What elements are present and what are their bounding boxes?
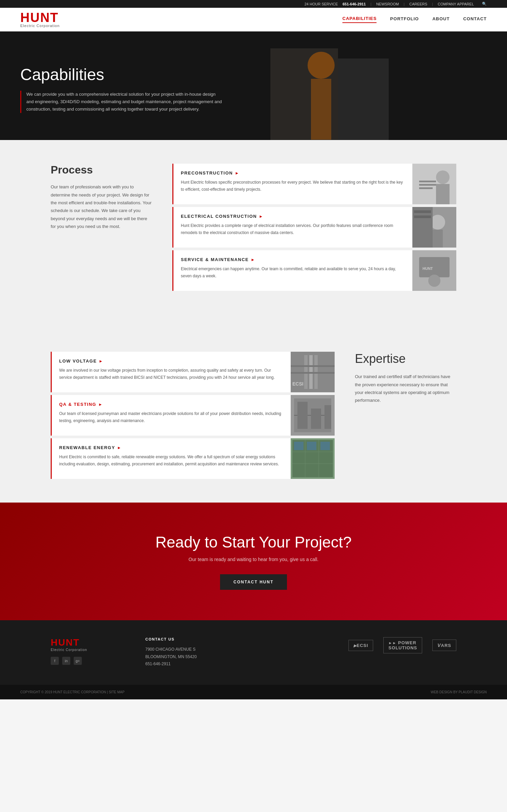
footer-phone: 651-646-2911 <box>145 660 213 668</box>
process-title: Process <box>51 164 152 176</box>
electrical-content: ELECTRICAL CONSTRUCTION ► Hunt Electric … <box>173 207 412 248</box>
hero-title: Capabilities <box>20 65 223 84</box>
logo-sub-text: Electric Corporation <box>20 24 60 28</box>
svg-text:ECSI: ECSI <box>292 381 304 387</box>
svg-point-4 <box>308 52 335 79</box>
electrical-card[interactable]: ELECTRICAL CONSTRUCTION ► Hunt Electric … <box>172 207 456 248</box>
preconstruction-card[interactable]: PRECONSTRUCTION ► Hunt Electric follows … <box>172 164 456 204</box>
preconstruction-content: PRECONSTRUCTION ► Hunt Electric follows … <box>173 164 412 204</box>
service-maintenance-arrow: ► <box>251 257 255 262</box>
process-section: Process Our team of professionals work w… <box>0 140 507 315</box>
low-voltage-image: ECSI <box>291 352 335 392</box>
qa-testing-image <box>291 395 335 436</box>
svg-text:HUNT: HUNT <box>422 266 433 271</box>
process-cards: PRECONSTRUCTION ► Hunt Electric follows … <box>172 164 456 291</box>
footer-logo-sub: Electric Corporation <box>51 648 125 652</box>
expertise-title: Expertise <box>355 352 456 366</box>
vars-icon: V <box>437 643 441 648</box>
linkedin-icon[interactable]: in <box>62 657 70 665</box>
service-maintenance-desc: Electrical emergencies can happen anytim… <box>181 265 405 279</box>
svg-rect-14 <box>433 230 443 248</box>
low-voltage-card[interactable]: LOW VOLTAGE ► We are involved in our low… <box>51 352 335 392</box>
search-icon[interactable]: 🔍 <box>482 2 487 6</box>
renewable-energy-title: RENEWABLE ENERGY ► <box>59 445 283 450</box>
svg-rect-43 <box>320 442 330 450</box>
logo[interactable]: HUNT Electric Corporation <box>20 11 60 28</box>
ecsi-icon: ▶ <box>354 644 357 648</box>
svg-rect-34 <box>324 405 331 429</box>
expertise-cards: LOW VOLTAGE ► We are involved in our low… <box>51 352 335 479</box>
svg-rect-9 <box>419 181 436 182</box>
nav-contact[interactable]: CONTACT <box>463 16 487 23</box>
partner-ecsi: ▶ECSI <box>348 640 373 651</box>
service-maintenance-card[interactable]: SERVICE & MAINTENANCE ► Electrical emerg… <box>172 250 456 291</box>
renewable-energy-content: RENEWABLE ENERGY ► Hunt Electric is comm… <box>52 438 291 479</box>
svg-rect-8 <box>436 184 450 204</box>
process-left-panel: Process Our team of professionals work w… <box>51 164 152 291</box>
hero-section: Capabilities We can provide you with a c… <box>0 31 507 140</box>
electrical-title: ELECTRICAL CONSTRUCTION ► <box>181 214 405 219</box>
preconstruction-title: PRECONSTRUCTION ► <box>181 170 405 176</box>
service-maintenance-title: SERVICE & MAINTENANCE ► <box>181 257 405 262</box>
nav-capabilities[interactable]: CAPABILITIES <box>342 16 377 23</box>
footer-webdesign: WEB DESIGN BY PLAUDIT DESIGN <box>431 690 487 694</box>
renewable-energy-card[interactable]: RENEWABLE ENERGY ► Hunt Electric is comm… <box>51 438 335 479</box>
hero-content: Capabilities We can provide you with a c… <box>20 65 223 113</box>
preconstruction-image <box>412 164 456 204</box>
partner-vars: VARS <box>432 640 456 651</box>
footer-copyright: COPYRIGHT © 2019 HUNT ELECTRIC CORPORATI… <box>20 690 106 694</box>
cta-section: Ready to Start Your Project? Our team is… <box>0 503 507 620</box>
expertise-right-panel: Expertise Our trained and certified staf… <box>355 352 456 479</box>
svg-rect-16 <box>414 210 431 213</box>
svg-rect-42 <box>307 442 316 450</box>
phone-number: 651-646-2911 <box>343 2 366 6</box>
qa-testing-arrow: ► <box>98 402 103 407</box>
cta-subtitle: Our team is ready and waiting to hear fr… <box>20 557 487 562</box>
preconstruction-desc: Hunt Electric follows specific preconstr… <box>181 179 405 193</box>
nav-about[interactable]: ABOUT <box>432 16 450 23</box>
svg-rect-10 <box>419 184 436 186</box>
footer-address1: 7900 CHICAGO AVENUE S <box>145 646 213 653</box>
newsroom-link[interactable]: NEWSROOM <box>376 2 399 6</box>
qa-testing-card[interactable]: QA & TESTING ► Our team of licensed jour… <box>51 395 335 436</box>
process-grid: Process Our team of professionals work w… <box>51 164 456 291</box>
renewable-energy-image <box>291 438 335 479</box>
top-bar: 24 HOUR SERVICE 651-646-2911 | NEWSROOM … <box>0 0 507 8</box>
svg-rect-17 <box>414 215 431 218</box>
facebook-icon[interactable]: f <box>51 657 59 665</box>
qa-testing-desc: Our team of licensed journeyman and mast… <box>59 410 283 424</box>
svg-rect-26 <box>291 365 335 367</box>
footer-grid: HUNT Electric Corporation f in g+ CONTAC… <box>51 637 456 668</box>
low-voltage-desc: We are involved in our low voltage proje… <box>59 367 283 381</box>
renewable-energy-arrow: ► <box>117 445 122 450</box>
footer-social-links: f in g+ <box>51 657 125 665</box>
footer-contact-heading: CONTACT US <box>145 637 213 641</box>
footer-sitemap-link[interactable]: SITE MAP <box>109 690 125 694</box>
site-header: HUNT Electric Corporation CAPABILITIES P… <box>0 8 507 31</box>
process-description: Our team of professionals work with you … <box>51 183 152 230</box>
low-voltage-content: LOW VOLTAGE ► We are involved in our low… <box>52 352 291 392</box>
service-label: 24 HOUR SERVICE <box>305 2 338 6</box>
electrical-arrow: ► <box>259 214 263 219</box>
company-apparel-link[interactable]: COMPANY APPAREL <box>438 2 474 6</box>
logo-hunt-text: HUNT <box>20 11 60 24</box>
qa-testing-content: QA & TESTING ► Our team of licensed jour… <box>52 395 291 436</box>
svg-rect-41 <box>294 442 304 450</box>
footer-bottom: COPYRIGHT © 2019 HUNT ELECTRIC CORPORATI… <box>0 685 507 699</box>
svg-rect-5 <box>311 79 331 140</box>
expertise-grid: LOW VOLTAGE ► We are involved in our low… <box>51 352 456 479</box>
electrical-desc: Hunt Electric provides a complete range … <box>181 222 405 236</box>
svg-point-21 <box>428 275 440 287</box>
partner-power-solutions: ►► POWERSOLUTIONS <box>383 637 422 653</box>
expertise-description: Our trained and certified staff of techn… <box>355 373 456 404</box>
footer-logo-hunt: HUNT <box>51 637 125 648</box>
nav-portfolio[interactable]: PORTFOLIO <box>390 16 419 23</box>
svg-rect-32 <box>297 402 308 429</box>
service-maintenance-image: HUNT <box>412 250 456 291</box>
hero-description: We can provide you with a comprehensive … <box>20 91 223 113</box>
googleplus-icon[interactable]: g+ <box>74 657 82 665</box>
contact-hunt-button[interactable]: CONTACT HUNT <box>220 574 287 590</box>
electrical-image <box>412 207 456 248</box>
low-voltage-title: LOW VOLTAGE ► <box>59 358 283 364</box>
careers-link[interactable]: CAREERS <box>409 2 427 6</box>
